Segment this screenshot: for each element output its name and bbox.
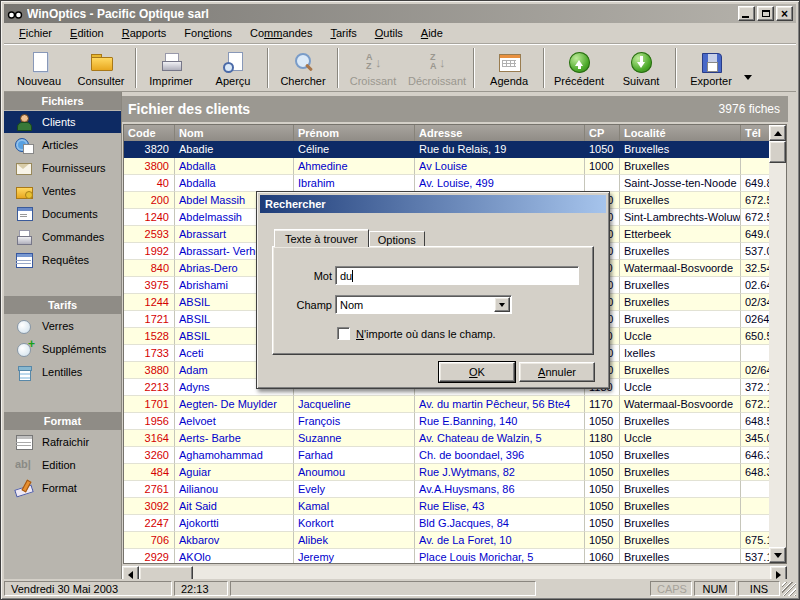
tab-options[interactable]: Options: [369, 231, 425, 247]
cell-cp: 1060: [585, 549, 620, 563]
toolbar-button-apercu[interactable]: Aperçu: [202, 46, 264, 90]
cell-localite: Uccle: [620, 328, 741, 345]
menu-item-tarifs[interactable]: Tarifs: [321, 24, 365, 42]
toolbar-button-decroissant[interactable]: Décroissant: [404, 46, 470, 90]
toolbar-button-imprimer[interactable]: Imprimer: [140, 46, 202, 90]
menu-item-aide[interactable]: Aide: [412, 24, 452, 42]
field-select[interactable]: Nom: [335, 295, 512, 314]
column-header-localite[interactable]: Localité: [620, 125, 741, 141]
table-row[interactable]: 2761AilianouEvelyAv.A.Huysmans, 861050Br…: [124, 481, 771, 498]
toolbar-button-nouveau[interactable]: Nouveau: [8, 46, 70, 90]
menu-item-outils[interactable]: Outils: [366, 24, 412, 42]
envelope-hand-icon: [15, 160, 33, 176]
toolbar-button-exporter[interactable]: Exporter: [680, 46, 742, 90]
cell-nom: Aegten- De Muylder: [175, 396, 294, 413]
column-header-cp[interactable]: CP: [585, 125, 620, 141]
table-row[interactable]: 40AbdallaIbrahimAv. Louise, 499Saint-Jos…: [124, 175, 771, 192]
cell-cp: 1050: [585, 413, 620, 430]
column-header-prenom[interactable]: Prénom: [294, 125, 415, 141]
cell-nom: Ajokortti: [175, 515, 294, 532]
scroll-down-button[interactable]: [769, 547, 786, 563]
status-message-panel: [230, 581, 536, 596]
table-row[interactable]: 1701Aegten- De MuylderJacquelineAv. du m…: [124, 396, 771, 413]
status-ins-indicator: INS: [738, 581, 780, 596]
anywhere-in-field-checkbox[interactable]: [337, 327, 350, 340]
sidebar-item-commandes[interactable]: Commandes: [4, 226, 121, 248]
table-row[interactable]: 2247AjokorttiKorkortBld G.Jacques, 84105…: [124, 515, 771, 532]
menu-item-fonctions[interactable]: Fonctions: [175, 24, 241, 42]
table-row[interactable]: 2929AKOloJeremyPlace Louis Morichar, 510…: [124, 549, 771, 563]
menu-item-fichier[interactable]: Fichier: [10, 24, 61, 42]
scroll-up-button[interactable]: [769, 125, 786, 141]
table-row[interactable]: 706AkbarovAlibekAv. de La Foret, 101050B…: [124, 532, 771, 549]
close-button[interactable]: ×: [776, 6, 793, 21]
sidebar-item-lentilles[interactable]: Lentilles: [4, 361, 121, 383]
table-row[interactable]: 1956AelvoetFrançoisRue E.Banning, 140105…: [124, 413, 771, 430]
cell-adresse: Bld G.Jacques, 84: [415, 515, 585, 532]
cell-cp: 1050: [585, 515, 620, 532]
cell-tel: 672.54: [741, 192, 771, 209]
sidebar-item-format[interactable]: Format: [4, 477, 121, 499]
table-row[interactable]: 484AguiarAnoumouRue J.Wytmans, 821050Bru…: [124, 464, 771, 481]
maximize-icon: [762, 10, 770, 17]
table-row[interactable]: 3820AbadieCélineRue du Relais, 191050Bru…: [124, 141, 771, 158]
sidebar-item-ventes[interactable]: Ventes: [4, 180, 121, 202]
cell-adresse: Av. de La Foret, 10: [415, 532, 585, 549]
printer-small-icon: [15, 229, 33, 245]
table-row[interactable]: 3164Aerts- BarbeSuzanneAv. Chateau de Wa…: [124, 430, 771, 447]
menu-item-rapports[interactable]: Rapports: [113, 24, 176, 42]
table-row[interactable]: 3092Ait SaidKamalRue Elise, 431050Bruxel…: [124, 498, 771, 515]
cell-prenom: Anoumou: [294, 464, 415, 481]
column-header-tel[interactable]: Tél: [741, 125, 771, 141]
toolbar-separator: [473, 48, 475, 88]
column-header-code[interactable]: Code: [124, 125, 175, 141]
sidebar-item-rafraichir[interactable]: Rafraichir: [4, 431, 121, 453]
cancel-button[interactable]: Annuler: [519, 362, 595, 382]
column-header-nom[interactable]: Nom: [175, 125, 294, 141]
sort-descending-icon: [424, 51, 450, 73]
menu-item-commandes[interactable]: Commandes: [241, 24, 321, 42]
sidebar-item-articles[interactable]: Articles: [4, 134, 121, 156]
toolbar-button-agenda[interactable]: Agenda: [478, 46, 540, 90]
table-row[interactable]: 3800AbdallaAhmedineAv Louise1000Bruxelle…: [124, 158, 771, 175]
cell-prenom: Jacqueline: [294, 396, 415, 413]
cell-cp: 1050: [585, 498, 620, 515]
sidebar-item-supplements[interactable]: Suppléments: [4, 338, 121, 360]
status-date: Vendredi 30 Mai 2003: [4, 581, 172, 596]
toolbar-button-precedent[interactable]: Précédent: [548, 46, 610, 90]
anywhere-in-field-label[interactable]: N'importe où dans le champ.: [356, 328, 496, 340]
toolbar-button-chercher[interactable]: Chercher: [272, 46, 334, 90]
tab-texte-a-trouver[interactable]: Texte à trouver: [274, 229, 369, 247]
sidebar-item-documents[interactable]: Documents: [4, 203, 121, 225]
toolbar-button-label: Suivant: [623, 75, 660, 87]
field-select-dropdown-button[interactable]: [494, 297, 510, 312]
cell-adresse: Av. Louise, 499: [415, 175, 585, 192]
cell-adresse: Av.A.Huysmans, 86: [415, 481, 585, 498]
minimize-button[interactable]: [738, 6, 755, 21]
status-caps-indicator: CAPS: [650, 581, 692, 596]
sidebar-item-verres[interactable]: Verres: [4, 315, 121, 337]
sidebar-item-fournisseurs[interactable]: Fournisseurs: [4, 157, 121, 179]
cell-code: 484: [124, 464, 175, 481]
column-header-adresse[interactable]: Adresse: [415, 125, 585, 141]
maximize-button[interactable]: [757, 6, 774, 21]
sidebar-item-edition[interactable]: Edition: [4, 454, 121, 476]
cell-localite: Bruxelles: [620, 311, 741, 328]
sidebar-item-requetes[interactable]: Requêtes: [4, 249, 121, 271]
resize-grip[interactable]: [782, 582, 796, 596]
menu-item-edition[interactable]: Edition: [61, 24, 113, 42]
search-word-input[interactable]: du: [335, 266, 579, 285]
vertical-scrollbar-thumb[interactable]: [769, 141, 786, 163]
arrow-right-icon: [776, 571, 785, 579]
toolbar-button-suivant[interactable]: Suivant: [610, 46, 672, 90]
cell-localite: Saint-Josse-ten-Noode: [620, 175, 741, 192]
sidebar-item-clients[interactable]: Clients: [4, 111, 121, 133]
vertical-scrollbar[interactable]: [769, 125, 786, 563]
exporter-dropdown-arrow-icon[interactable]: [744, 75, 752, 84]
toolbar-button-consulter[interactable]: Consulter: [70, 46, 132, 90]
table-row[interactable]: 3260AghamohammadFarhadCh. de boondael, 3…: [124, 447, 771, 464]
cell-prenom: Korkort: [294, 515, 415, 532]
toolbar-button-croissant[interactable]: Croissant: [342, 46, 404, 90]
ok-button[interactable]: OK: [439, 362, 515, 382]
cell-adresse: Av. du martin Pêcheur, 56 Bte4: [415, 396, 585, 413]
